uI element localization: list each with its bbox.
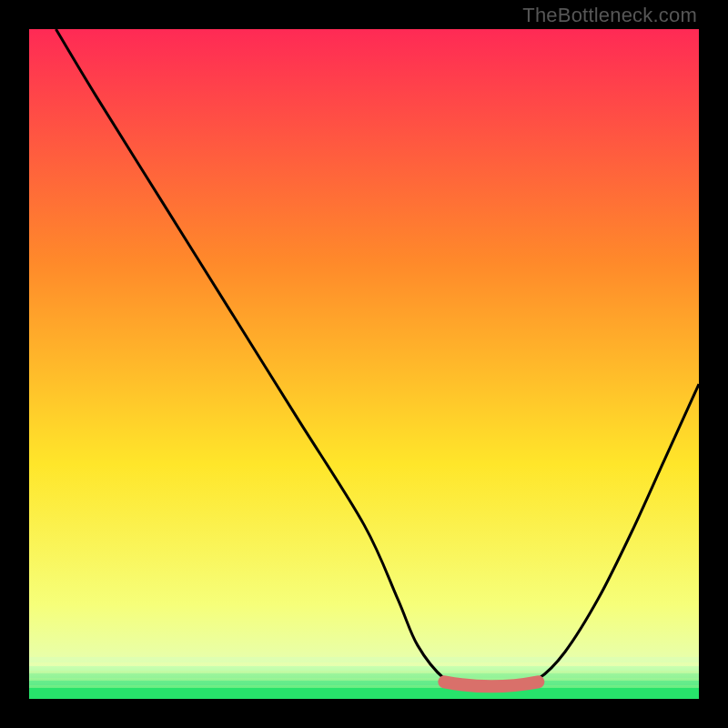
svg-rect-2 [29, 673, 699, 678]
svg-rect-0 [29, 657, 699, 662]
bottleneck-chart [29, 29, 699, 699]
optimal-range-highlight [444, 682, 538, 686]
svg-rect-1 [29, 666, 699, 671]
svg-rect-3 [29, 681, 699, 685]
svg-rect-4 [29, 688, 699, 699]
watermark-text: TheBottleneck.com [522, 4, 697, 27]
chart-frame [29, 29, 699, 699]
